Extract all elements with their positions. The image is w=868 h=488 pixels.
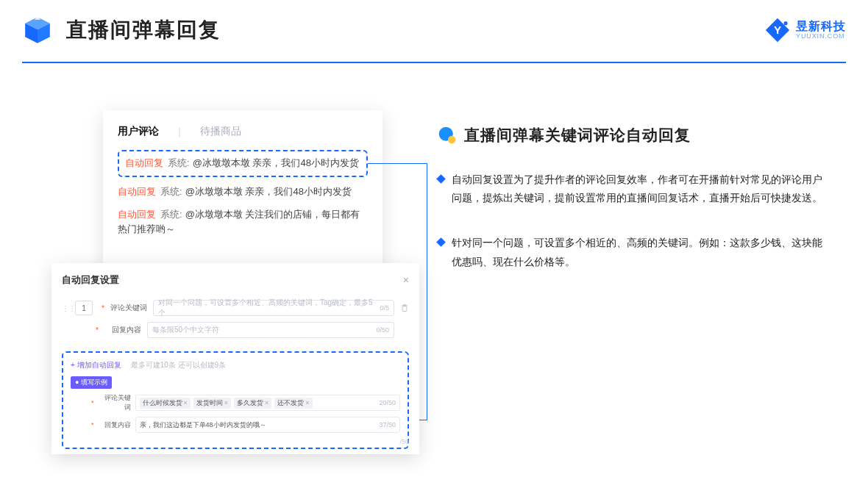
svg-rect-9 — [402, 306, 407, 312]
close-icon[interactable]: × — [403, 274, 409, 286]
keyword-tag[interactable]: 什么时候发货× — [140, 398, 191, 409]
comments-panel: 用户评论 | 待播商品 自动回复系统:@冰墩墩本墩 亲亲，我们48小时内发货 自… — [103, 110, 383, 287]
keyword-tag[interactable]: 多久发货× — [234, 398, 271, 409]
example-highlight-box: + 增加自动回复 最多可建10条 还可以创建9条 ● 填写示例 * 评论关键词 … — [62, 351, 409, 449]
keyword-counter: 0/5 — [380, 304, 389, 312]
keyword-tag[interactable]: 发货时间× — [193, 398, 231, 409]
required-star-icon: * — [96, 326, 99, 334]
tab-pending-products[interactable]: 待播商品 — [200, 125, 241, 138]
example-keyword-label: 评论关键词 — [99, 393, 131, 412]
section-title: 直播间弹幕关键词评论自动回复 — [464, 125, 691, 146]
comment-text: @冰墩墩本墩 亲亲，我们48小时内发货 — [185, 186, 352, 197]
keyword-input[interactable]: 对同一个问题，可设置多个相近、高频的关键词，Tag确定，最多5个 0/5 — [153, 300, 394, 316]
description-point: 自动回复设置为了提升作者的评论回复效率，作者可在开播前针对常见的评论用户问题，提… — [452, 171, 828, 207]
auto-reply-settings-panel: 自动回复设置 × ⋮⋮ 1 * 评论关键词 对同一个问题，可设置多个相近、高频的… — [51, 263, 419, 454]
brand-name-cn: 昱新科技 — [796, 21, 846, 33]
tab-divider: | — [178, 126, 181, 137]
svg-text:Y: Y — [774, 24, 781, 36]
example-keyword-counter: 20/50 — [379, 399, 396, 406]
delete-icon[interactable] — [400, 304, 409, 312]
example-content-input[interactable]: 亲，我们这边都是下单48小时内发货的哦～ 37/50 — [135, 417, 400, 433]
content-placeholder: 每条限50个中文字符 — [152, 325, 219, 335]
index-box: 1 — [75, 301, 93, 315]
svg-point-6 — [784, 21, 788, 25]
keyword-placeholder: 对同一个问题，可设置多个相近、高频的关键词，Tag确定，最多5个 — [158, 298, 380, 318]
comment-text: @冰墩墩本墩 亲亲，我们48小时内发货 — [193, 157, 359, 168]
brand-name-en: YUUXIN.COM — [796, 33, 846, 40]
bullet-diamond-icon — [436, 174, 446, 184]
connector-line — [368, 163, 427, 164]
bullet-diamond-icon — [436, 238, 446, 248]
svg-point-8 — [448, 136, 455, 143]
auto-reply-badge: 自动回复 — [118, 209, 156, 220]
tab-user-comments[interactable]: 用户评论 — [118, 125, 159, 138]
example-chip: ● 填写示例 — [71, 376, 112, 389]
example-keyword-input[interactable]: 什么时候发货× 发货时间× 多久发货× 还不发货× 20/50 — [135, 395, 400, 411]
example-content-label: 回复内容 — [99, 420, 131, 430]
cube-icon — [22, 15, 53, 46]
example-content-text: 亲，我们这边都是下单48小时内发货的哦～ — [140, 420, 266, 430]
svg-marker-3 — [35, 16, 40, 20]
page-title: 直播间弹幕回复 — [66, 16, 221, 44]
system-label: 系统: — [168, 157, 190, 168]
content-input[interactable]: 每条限50个中文字符 0/50 — [147, 322, 394, 338]
floating-counter: /50 — [399, 438, 409, 445]
brand-logo: Y 昱新科技 YUUXIN.COM — [765, 18, 846, 43]
add-hint-text: 最多可建10条 还可以创建9条 — [131, 361, 226, 369]
chat-bubble-icon — [438, 126, 457, 145]
auto-reply-badge: 自动回复 — [125, 157, 163, 168]
keyword-field-label: 评论关键词 — [110, 303, 147, 313]
content-field-label: 回复内容 — [104, 325, 141, 335]
svg-rect-11 — [404, 304, 406, 305]
auto-reply-badge: 自动回复 — [118, 186, 156, 197]
required-star-icon: * — [91, 421, 94, 428]
system-label: 系统: — [160, 209, 182, 220]
settings-title: 自动回复设置 — [62, 273, 119, 287]
description-point: 针对同一个问题，可设置多个相近的、高频的关键词。例如：这款多少钱、这块能优惠吗、… — [452, 234, 828, 270]
content-counter: 0/50 — [376, 326, 389, 334]
drag-handle-icon[interactable]: ⋮⋮ — [62, 304, 69, 312]
required-star-icon: * — [102, 304, 104, 312]
connector-line — [427, 163, 427, 420]
header-divider — [22, 62, 846, 63]
add-auto-reply-link[interactable]: + 增加自动回复 — [71, 361, 121, 369]
svg-rect-10 — [402, 305, 408, 306]
highlighted-comment: 自动回复系统:@冰墩墩本墩 亲亲，我们48小时内发货 — [118, 150, 368, 177]
required-star-icon: * — [91, 399, 94, 406]
system-label: 系统: — [160, 186, 182, 197]
keyword-tag[interactable]: 还不发货× — [274, 398, 312, 409]
example-content-counter: 37/50 — [379, 421, 396, 428]
